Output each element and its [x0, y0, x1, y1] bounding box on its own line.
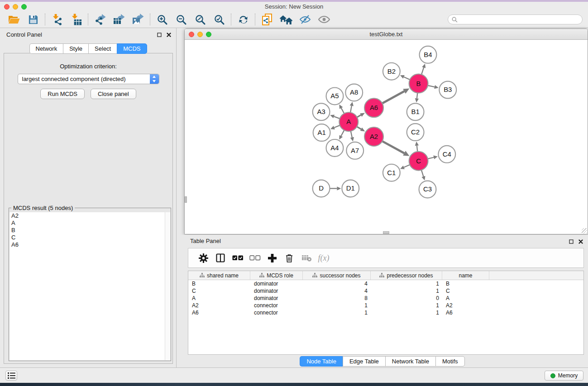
zoom-out-button[interactable]: [172, 12, 191, 27]
minimize-window-button[interactable]: [13, 4, 18, 10]
graph-edge[interactable]: [334, 116, 340, 119]
graph-edge[interactable]: [341, 108, 344, 114]
import-table-button[interactable]: [67, 12, 86, 27]
clone-network-button[interactable]: [258, 12, 277, 27]
save-session-button[interactable]: [24, 12, 43, 27]
mcds-result-item[interactable]: C: [10, 234, 165, 241]
show-selected-button[interactable]: [315, 12, 334, 27]
canvas-vertical-thumb[interactable]: [185, 196, 187, 203]
mcds-result-item[interactable]: B: [10, 227, 165, 234]
float-table-panel-icon[interactable]: [569, 239, 574, 244]
table-row[interactable]: A6connector11A6: [188, 309, 583, 316]
graph-edge[interactable]: [341, 130, 344, 136]
tab-select[interactable]: Select: [88, 43, 117, 54]
trash-icon: [285, 253, 293, 263]
column-header-MCDS-role[interactable]: MCDS role: [250, 271, 303, 280]
memory-button[interactable]: Memory: [545, 371, 583, 381]
export-network-icon: [94, 14, 106, 25]
maximize-window-button[interactable]: [21, 4, 27, 10]
tab-network-table[interactable]: Network Table: [385, 356, 435, 367]
table-row[interactable]: Adominator80A: [188, 295, 583, 302]
export-network-button[interactable]: [91, 12, 110, 27]
mcds-result-item[interactable]: A2: [10, 212, 165, 219]
show-columns-button[interactable]: [212, 250, 229, 266]
table-row[interactable]: Bdominator41B: [188, 280, 583, 287]
tab-node-table[interactable]: Node Table: [300, 356, 343, 367]
canvas-horizontal-thumb[interactable]: [383, 231, 389, 234]
float-panel-icon[interactable]: [157, 32, 162, 38]
zoom-fit-button[interactable]: [191, 12, 210, 27]
table-row[interactable]: Cdominator41C: [188, 287, 583, 295]
table-cell: C: [442, 287, 489, 295]
tab-edge-table[interactable]: Edge Table: [343, 356, 385, 367]
function-builder-button[interactable]: f(x): [315, 250, 332, 266]
refresh-network-button[interactable]: [234, 12, 253, 27]
network-canvas[interactable]: B4B2BB3A8A5A6A3B1AA1C2A2A4A7C4CC1C3DD1: [185, 40, 588, 234]
graph-edge[interactable]: [428, 157, 434, 159]
close-table-panel-icon[interactable]: [578, 239, 583, 244]
graph-edge[interactable]: [357, 127, 361, 129]
deselect-all-columns-button[interactable]: [246, 250, 263, 266]
mcds-result-item[interactable]: A: [10, 219, 165, 227]
table-row[interactable]: A2connector11A2: [188, 302, 583, 309]
node-table: shared nameMCDS rolesuccessor nodesprede…: [188, 271, 584, 355]
tab-style[interactable]: Style: [63, 43, 88, 54]
column-header-predecessor-nodes[interactable]: predecessor nodes: [371, 271, 442, 280]
close-panel-icon[interactable]: [166, 32, 172, 38]
zoom-in-button[interactable]: [153, 12, 172, 27]
graph-edge[interactable]: [350, 106, 352, 113]
resize-grip-icon[interactable]: [582, 228, 587, 234]
network-minimize-button[interactable]: [197, 32, 203, 37]
run-mcds-button[interactable]: Run MCDS: [40, 89, 85, 99]
graph-edge[interactable]: [404, 165, 410, 167]
hide-selected-button[interactable]: [296, 12, 315, 27]
zoom-selected-button[interactable]: [210, 12, 229, 27]
mcds-result-item[interactable]: A6: [10, 241, 165, 248]
graph-edge[interactable]: [417, 146, 417, 152]
toolbar-separator: [150, 14, 150, 25]
network-close-button[interactable]: [189, 32, 194, 37]
graph-edge[interactable]: [357, 115, 361, 117]
network-overview-button[interactable]: [277, 12, 296, 27]
graph-edge-arrowhead-icon: [422, 64, 425, 68]
graph-edge[interactable]: [421, 67, 424, 74]
mcds-result-list[interactable]: A2ABCA6: [10, 212, 165, 360]
graph-edge[interactable]: [428, 86, 435, 87]
close-window-button[interactable]: [4, 4, 10, 10]
delete-column-button[interactable]: [281, 250, 298, 266]
homes-icon: [279, 14, 293, 25]
search-input[interactable]: [460, 16, 578, 23]
graph-edge[interactable]: [382, 91, 404, 104]
graph-edge[interactable]: [334, 125, 340, 128]
create-column-button[interactable]: [263, 250, 281, 266]
graph-edge[interactable]: [382, 141, 404, 153]
select-all-columns-button[interactable]: [229, 250, 246, 266]
attribute-icon: [312, 273, 317, 278]
column-header-successor-nodes[interactable]: successor nodes: [303, 271, 371, 280]
close-panel-button[interactable]: Close panel: [91, 89, 136, 99]
network-window: testGlobe.txt B4B2BB3A8A5A6A3B1AA1C2A2A4…: [184, 29, 588, 234]
graph-edge[interactable]: [421, 170, 424, 176]
toolbar-separator: [88, 14, 88, 25]
mcds-result-scrollbar[interactable]: [165, 212, 170, 360]
network-maximize-button[interactable]: [206, 32, 211, 37]
tab-mcds[interactable]: MCDS: [117, 43, 147, 54]
criterion-dropdown[interactable]: largest connected component (directed): [18, 74, 159, 84]
export-table-button[interactable]: [110, 12, 129, 27]
checked-boxes-icon: [232, 255, 244, 261]
column-header-name[interactable]: name: [442, 271, 489, 280]
delete-table-button[interactable]: [298, 250, 315, 266]
tab-network[interactable]: Network: [29, 43, 63, 54]
task-history-button[interactable]: [5, 371, 17, 381]
column-header-shared-name[interactable]: shared name: [188, 271, 250, 280]
open-session-button[interactable]: [5, 12, 24, 27]
tab-motifs[interactable]: Motifs: [435, 356, 465, 367]
zoom-fit-icon: [195, 14, 206, 25]
graph-edge[interactable]: [404, 77, 410, 80]
import-network-button[interactable]: [48, 12, 67, 27]
graph-edge[interactable]: [417, 93, 417, 98]
graph-edge[interactable]: [351, 131, 352, 138]
graph-node-label: A8: [350, 88, 358, 96]
export-image-button[interactable]: [129, 12, 148, 27]
table-settings-button[interactable]: [195, 250, 212, 266]
